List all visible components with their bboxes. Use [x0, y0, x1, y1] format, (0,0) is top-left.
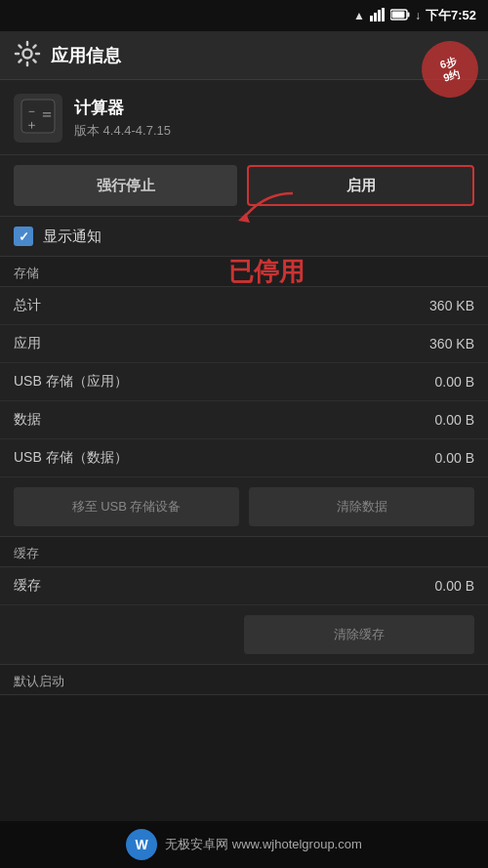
cache-action-buttons: 清除缓存 — [0, 605, 488, 665]
status-time: 下午7:52 — [426, 7, 476, 24]
storage-usb-data-row: USB 存储（数据） 0.00 B — [0, 439, 488, 477]
svg-rect-0 — [370, 16, 373, 21]
bottom-watermark: W 无极安卓网 www.wjhotelgroup.com — [0, 821, 488, 868]
status-icons: ▲ ↓ 下午7:52 — [353, 7, 476, 24]
storage-usb-data-label: USB 存储（数据） — [14, 449, 128, 467]
storage-data-row: 数据 0.00 B — [0, 401, 488, 439]
app-header: 应用信息 — [0, 31, 488, 80]
storage-action-buttons: 移至 USB 存储设备 清除数据 — [0, 477, 488, 537]
move-to-usb-button[interactable]: 移至 USB 存储设备 — [14, 487, 239, 526]
svg-point-7 — [23, 49, 32, 58]
clear-data-button[interactable]: 清除数据 — [249, 487, 474, 526]
clear-cache-button[interactable]: 清除缓存 — [244, 615, 474, 654]
notification-label: 显示通知 — [43, 227, 102, 246]
svg-rect-5 — [407, 12, 409, 17]
wifi-icon: ▲ — [353, 9, 365, 22]
stopped-label: 已停用 — [228, 255, 305, 289]
cache-value: 0.00 B — [435, 578, 474, 594]
enable-button[interactable]: 启用 — [247, 165, 474, 206]
svg-rect-3 — [382, 8, 385, 21]
force-stop-button[interactable]: 强行停止 — [14, 165, 237, 206]
watermark-logo: W — [126, 829, 157, 860]
storage-usb-app-row: USB 存储（应用） 0.00 B — [0, 363, 488, 401]
storage-usb-app-label: USB 存储（应用） — [14, 373, 128, 391]
download-icon: ↓ — [415, 9, 421, 22]
svg-text:＋: ＋ — [25, 117, 38, 132]
storage-app-row: 应用 360 KB — [0, 325, 488, 363]
svg-rect-2 — [378, 10, 381, 21]
app-icon: － ＋ ＝ — [14, 94, 62, 143]
default-launch-header: 默认启动 — [0, 665, 488, 695]
app-name: 计算器 — [74, 97, 171, 119]
storage-usb-data-value: 0.00 B — [435, 450, 474, 466]
svg-text:－: － — [25, 103, 38, 118]
app-details: 计算器 版本 4.4.4-4.7.15 — [74, 97, 171, 140]
cache-section-header: 缓存 — [0, 537, 488, 567]
cache-label: 缓存 — [14, 577, 41, 595]
action-buttons-row: 强行停止 启用 — [0, 155, 488, 217]
storage-section: 存储 已停用 总计 360 KB 应用 360 KB USB 存储（应用） 0.… — [0, 257, 488, 537]
signal-icon — [370, 8, 386, 24]
storage-section-header: 存储 已停用 — [0, 257, 488, 287]
app-version: 版本 4.4.4-4.7.15 — [74, 122, 171, 140]
storage-app-label: 应用 — [14, 335, 41, 352]
storage-usb-app-value: 0.00 B — [435, 374, 474, 390]
storage-data-label: 数据 — [14, 411, 41, 429]
storage-total-row: 总计 360 KB — [0, 287, 488, 325]
svg-text:＝: ＝ — [39, 104, 55, 123]
app-info-section: － ＋ ＝ 计算器 版本 4.4.4-4.7.15 — [0, 80, 488, 155]
page-title: 应用信息 — [51, 44, 121, 67]
watermark-text: 无极安卓网 www.wjhotelgroup.com — [165, 836, 362, 853]
storage-data-value: 0.00 B — [435, 412, 474, 428]
cache-row: 缓存 0.00 B — [0, 567, 488, 605]
storage-app-value: 360 KB — [429, 336, 474, 351]
notification-row[interactable]: ✓ 显示通知 — [0, 217, 488, 257]
default-launch-section: 默认启动 — [0, 665, 488, 695]
svg-rect-1 — [374, 13, 377, 21]
storage-total-label: 总计 — [14, 297, 41, 314]
status-bar: ▲ ↓ 下午7:52 — [0, 0, 488, 31]
gear-icon — [14, 40, 41, 71]
cache-section: 缓存 缓存 0.00 B 清除缓存 — [0, 537, 488, 665]
storage-total-value: 360 KB — [429, 298, 474, 313]
notification-checkbox[interactable]: ✓ — [14, 227, 33, 246]
battery-icon — [390, 9, 410, 23]
svg-rect-6 — [391, 11, 404, 18]
